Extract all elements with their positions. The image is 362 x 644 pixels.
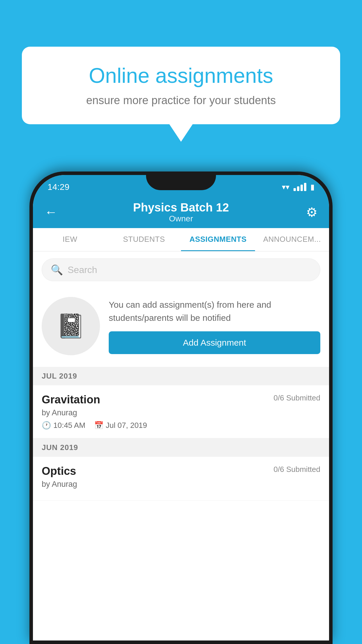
assignment-row-top-optics: Optics 0/6 Submitted [42,465,320,477]
assignment-author-optics: by Anurag [42,480,320,489]
assignment-status: 0/6 Submitted [274,393,320,402]
phone-notch [146,175,216,190]
content-area: 🔍 Search 📓 You can add assignment(s) fro… [33,251,329,640]
tab-overview[interactable]: IEW [33,228,107,251]
notice-icon-wrap: 📓 [42,297,100,355]
meta-time: 🕐 10:45 AM [42,421,85,430]
notice-right: You can add assignment(s) from here and … [109,298,320,354]
meta-date: 📅 Jul 07, 2019 [94,421,147,430]
tab-announcements[interactable]: ANNOUNCEM... [255,228,329,251]
add-assignment-button[interactable]: Add Assignment [109,331,320,354]
calendar-icon: 📅 [94,421,103,430]
assignment-item-gravitation[interactable]: Gravitation 0/6 Submitted by Anurag 🕐 10… [33,385,329,438]
speech-bubble-subtitle: ensure more practice for your students [42,94,320,107]
tab-students[interactable]: STUDENTS [107,228,181,251]
signal-icon [294,183,306,191]
phone-inner: 14:29 ▾▾ ▮ ← Physics Batch 12 Owner ⚙ [33,175,329,640]
phone-frame: 14:29 ▾▾ ▮ ← Physics Batch 12 Owner ⚙ [29,172,333,644]
assignment-item-optics[interactable]: Optics 0/6 Submitted by Anurag [33,457,329,501]
assignment-title: Gravitation [42,393,100,406]
speech-bubble-wrapper: Online assignments ensure more practice … [22,47,340,142]
speech-bubble: Online assignments ensure more practice … [22,47,340,124]
assignment-row-top: Gravitation 0/6 Submitted [42,393,320,406]
tabs-container: IEW STUDENTS ASSIGNMENTS ANNOUNCEM... [33,228,329,251]
page-subtitle: Owner [62,214,300,223]
status-time: 14:29 [48,182,69,192]
section-header-jun: JUN 2019 [33,438,329,457]
section-header-jul: JUL 2019 [33,367,329,385]
search-icon: 🔍 [51,264,63,276]
assignment-author: by Anurag [42,408,320,417]
search-bar[interactable]: 🔍 Search [42,258,320,281]
battery-icon: ▮ [310,183,314,192]
tab-assignments[interactable]: ASSIGNMENTS [181,228,255,251]
clock-icon: 🕐 [42,421,51,430]
header-center: Physics Batch 12 Owner [62,201,300,223]
wifi-icon: ▾▾ [282,183,289,192]
assignment-status-optics: 0/6 Submitted [274,465,320,474]
page-title: Physics Batch 12 [62,201,300,214]
notice-text: You can add assignment(s) from here and … [109,298,320,324]
app-header: ← Physics Batch 12 Owner ⚙ [33,196,329,228]
notebook-icon: 📓 [56,312,85,340]
speech-bubble-tail [169,124,193,142]
search-placeholder: Search [68,265,97,275]
assignment-title-optics: Optics [42,465,76,477]
assignment-meta: 🕐 10:45 AM 📅 Jul 07, 2019 [42,421,320,430]
settings-icon[interactable]: ⚙ [300,205,317,220]
assignment-notice: 📓 You can add assignment(s) from here an… [33,288,329,364]
back-button[interactable]: ← [45,205,62,219]
status-icons: ▾▾ ▮ [282,183,314,192]
speech-bubble-title: Online assignments [42,64,320,87]
